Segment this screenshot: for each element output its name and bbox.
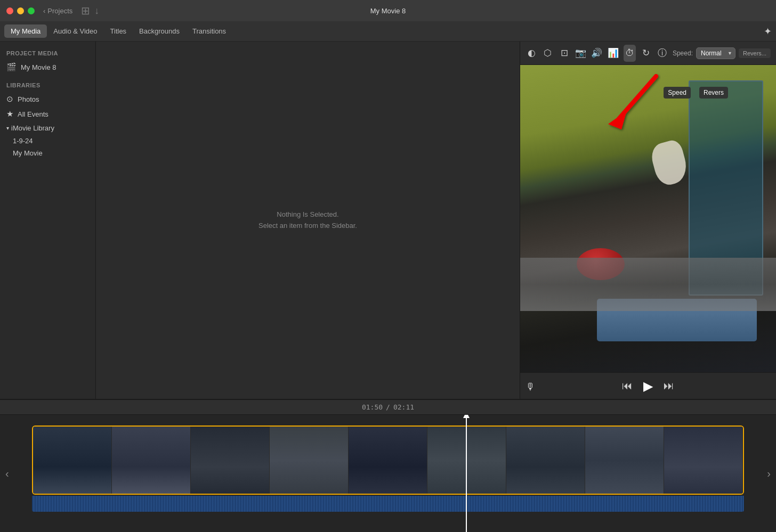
audio-icon[interactable]: 📊 (607, 45, 619, 62)
chevron-left-icon: ‹ (43, 7, 45, 15)
timeline-thumb-4 (270, 427, 349, 494)
sidebar: PROJECT MEDIA 🎬 My Movie 8 LIBRARIES ⊙ P… (0, 42, 96, 399)
timeline-thumb-7 (506, 427, 585, 494)
audio-waveform (32, 496, 744, 512)
playhead[interactable] (466, 415, 467, 532)
grid-icon: ⊞ (81, 4, 90, 17)
time-separator: / (386, 403, 390, 411)
timeline-thumb-6 (427, 427, 506, 494)
timeline-thumb-1 (33, 427, 112, 494)
sidebar-item-my-movie-sub[interactable]: My Movie (0, 147, 95, 159)
title-bar: ‹ Projects ⊞ ↓ My Movie 8 (0, 0, 776, 21)
timeline-timecode: 01:50 / 02:11 (0, 400, 776, 415)
skip-forward-button[interactable]: ⏭ (664, 380, 674, 392)
media-browser: Nothing Is Selected. Select an item from… (96, 42, 520, 399)
sidebar-item-all-events[interactable]: ★ All Events (0, 107, 95, 121)
microphone-icon[interactable]: 🎙 (526, 381, 535, 392)
reverse-tooltip: Revers (699, 87, 728, 99)
timeline-audio-track (32, 496, 744, 512)
revert-icon[interactable]: ↻ (640, 45, 652, 62)
skip-back-button[interactable]: ⏮ (622, 380, 633, 392)
timeline-thumb-9 (664, 427, 743, 494)
close-button[interactable] (6, 7, 13, 14)
speed-select-wrapper: Slow Normal Fast Custom (696, 47, 735, 59)
title-bar-nav: ‹ Projects ⊞ ↓ (43, 4, 99, 17)
main-area: PROJECT MEDIA 🎬 My Movie 8 LIBRARIES ⊙ P… (0, 42, 776, 399)
info-icon[interactable]: ⓘ (656, 45, 668, 62)
magic-wand-button[interactable]: ✦ (764, 26, 772, 37)
timeline-track-area: ‹ › (0, 415, 776, 532)
tab-my-media[interactable]: My Media (4, 24, 47, 38)
sidebar-item-my-movie[interactable]: 🎬 My Movie 8 (0, 60, 95, 75)
film-icon: 🎬 (6, 62, 17, 72)
sidebar-item-all-events-label: All Events (18, 110, 48, 118)
speed-select[interactable]: Slow Normal Fast Custom (696, 47, 735, 59)
timeline-video-track (32, 425, 744, 495)
photos-icon: ⊙ (6, 94, 13, 104)
timeline-thumb-8 (585, 427, 664, 494)
timeline-scroll-right[interactable]: › (767, 468, 771, 480)
color-balance-icon[interactable]: ◐ (526, 45, 538, 62)
traffic-lights (6, 7, 35, 14)
sidebar-item-date[interactable]: 1-9-24 (0, 135, 95, 147)
crop-icon[interactable]: ⊡ (558, 45, 570, 62)
sidebar-item-photos-label: Photos (18, 95, 39, 103)
sidebar-item-imovie-library[interactable]: ▾ iMovie Library (0, 121, 95, 135)
sidebar-item-photos[interactable]: ⊙ Photos (0, 92, 95, 107)
preview-panel: ◐ ⬡ ⊡ 📷 🔊 📊 ⏱ ↻ ⓘ Speed: Slow Normal Fas… (520, 42, 776, 399)
stabilize-icon[interactable]: 📷 (575, 45, 587, 62)
timeline-area: 01:50 / 02:11 ‹ › (0, 399, 776, 532)
reverse-button[interactable]: Revers... (739, 48, 771, 58)
speed-control: Speed: Slow Normal Fast Custom Revers... (673, 47, 771, 59)
timeline-thumb-5 (349, 427, 427, 494)
tab-transitions[interactable]: Transitions (186, 24, 232, 38)
timeline-scroll-left[interactable]: ‹ (5, 468, 9, 480)
sidebar-item-my-movie-label: My Movie 8 (21, 63, 56, 71)
total-time: 02:11 (393, 403, 414, 411)
maximize-button[interactable] (28, 7, 35, 14)
back-button[interactable]: ‹ Projects (43, 7, 72, 15)
project-media-label: PROJECT MEDIA (0, 47, 95, 60)
libraries-label: LIBRARIES (0, 79, 95, 92)
speed-tooltip: Speed (664, 87, 691, 99)
media-tabs-bar: My Media Audio & Video Titles Background… (0, 21, 776, 42)
color-correct-icon[interactable]: ⬡ (542, 45, 554, 62)
imovie-library-label: iMovie Library (11, 124, 54, 132)
room-scene (520, 65, 776, 372)
volume-icon[interactable]: 🔊 (591, 45, 603, 62)
empty-line2: Select an item from the Sidebar. (258, 220, 357, 232)
window-title: My Movie 8 (370, 7, 406, 15)
tab-titles[interactable]: Titles (104, 24, 133, 38)
back-label: Projects (47, 7, 72, 15)
collapse-icon: ▾ (6, 125, 9, 131)
star-icon: ★ (6, 109, 13, 119)
tab-backgrounds[interactable]: Backgrounds (133, 24, 186, 38)
preview-controls: 🎙 ⏮ ▶ ⏭ (520, 372, 776, 399)
speed-tool-icon[interactable]: ⏱ (624, 45, 636, 62)
preview-toolbar: ◐ ⬡ ⊡ 📷 🔊 📊 ⏱ ↻ ⓘ Speed: Slow Normal Fas… (520, 42, 776, 65)
timeline-thumb-2 (112, 427, 191, 494)
empty-line1: Nothing Is Selected. (258, 209, 357, 220)
tab-audio-video[interactable]: Audio & Video (47, 24, 103, 38)
empty-state: Nothing Is Selected. Select an item from… (258, 209, 357, 232)
speed-label: Speed: (673, 50, 693, 57)
preview-video (520, 65, 776, 372)
current-time: 01:50 (362, 403, 383, 411)
down-arrow-icon: ↓ (94, 5, 99, 17)
timeline-thumb-3 (191, 427, 270, 494)
minimize-button[interactable] (17, 7, 24, 14)
play-button[interactable]: ▶ (643, 379, 653, 394)
